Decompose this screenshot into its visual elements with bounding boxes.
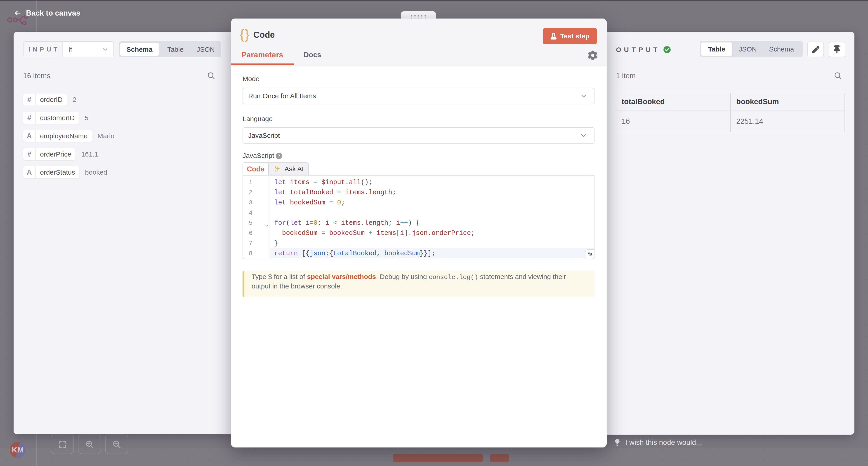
svg-text:?: ? <box>278 154 280 158</box>
